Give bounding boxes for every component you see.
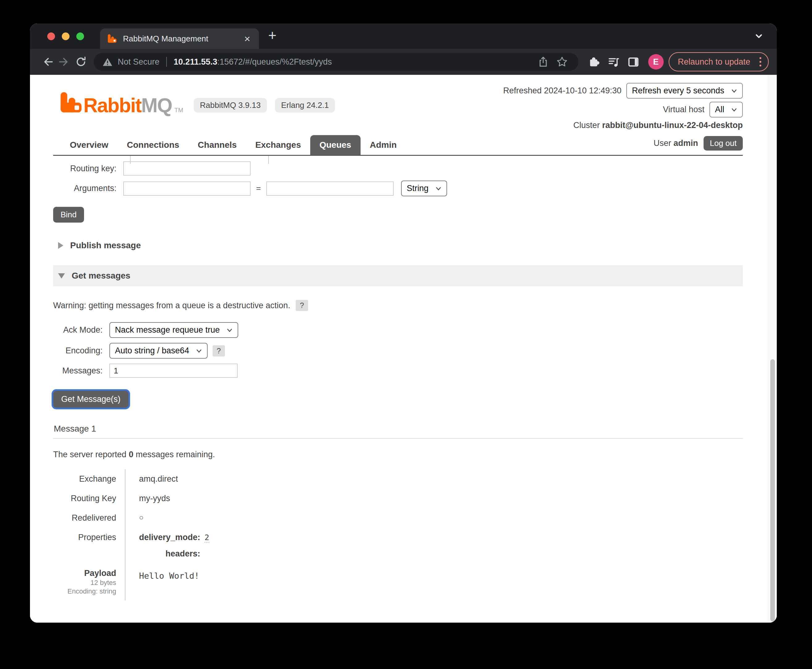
property-key: delivery_mode: — [139, 533, 200, 542]
not-secure-warning-icon — [102, 57, 113, 67]
virtual-host-label: Virtual host — [663, 105, 705, 114]
refresh-interval-value: Refresh every 5 seconds — [632, 86, 724, 96]
section-get-messages[interactable]: Get messages — [53, 265, 743, 286]
scrollbar-thumb[interactable] — [770, 359, 775, 621]
rabbitmq-favicon — [107, 34, 117, 43]
help-badge[interactable]: ? — [296, 300, 308, 311]
ack-mode-select[interactable]: Nack message requeue true — [109, 322, 238, 338]
redelivered-label: Redelivered — [53, 508, 125, 528]
zoom-window-button[interactable] — [76, 32, 84, 40]
arguments-label: Arguments: — [53, 184, 116, 193]
url-host: 10.211.55.3 — [174, 57, 217, 67]
argument-type-select[interactable]: String — [401, 180, 447, 196]
routing-key-label: Routing key: — [53, 164, 116, 173]
close-tab-icon[interactable]: × — [242, 34, 253, 44]
extensions-puzzle-icon[interactable] — [588, 55, 600, 68]
relaunch-to-update-button[interactable]: Relaunch to update — [669, 52, 769, 71]
rabbitmq-header: RabbitMQ TM RabbitMQ 3.9.13 Erlang 24.2.… — [53, 83, 743, 130]
avatar-initial: E — [653, 57, 659, 67]
exchange-value: amq.direct — [125, 469, 269, 489]
tab-channels[interactable]: Channels — [188, 135, 246, 155]
page-content: RabbitMQ TM RabbitMQ 3.9.13 Erlang 24.2.… — [30, 75, 777, 623]
logout-button[interactable]: Log out — [703, 136, 743, 151]
cluster-label: Cluster — [574, 121, 600, 130]
ack-mode-label: Ack Mode: — [53, 325, 102, 335]
main-nav: Overview Connections Channels Exchanges … — [53, 135, 743, 156]
property-value: 2 — [205, 533, 209, 543]
bookmark-star-icon[interactable] — [556, 56, 568, 68]
new-tab-button[interactable]: + — [268, 28, 277, 44]
payload-label: Payload — [53, 568, 116, 578]
forward-button[interactable] — [56, 55, 73, 68]
close-window-button[interactable] — [47, 32, 55, 40]
payload-value: Hello World! — [139, 571, 269, 581]
encoding-label: Encoding: — [53, 346, 102, 356]
collapsed-arrow-icon — [58, 242, 63, 249]
side-panel-icon[interactable] — [627, 55, 639, 68]
messages-remaining-text: The server reported 0 messages remaining… — [53, 450, 743, 459]
back-button[interactable] — [39, 55, 56, 68]
tab-overview[interactable]: Overview — [60, 135, 118, 155]
properties-list: delivery_mode: 2 headers: — [139, 533, 269, 559]
rabbitmq-version-badge: RabbitMQ 3.9.13 — [194, 98, 267, 113]
security-label: Not Secure — [118, 57, 159, 67]
tab-queues[interactable]: Queues — [310, 135, 361, 155]
message-details-table: Exchange amq.direct Routing Key my-yyds … — [53, 469, 743, 600]
address-bar[interactable]: Not Secure 10.211.55.3 :15672/#/queues/%… — [94, 53, 579, 71]
redelivered-value: ○ — [125, 508, 269, 528]
help-badge[interactable]: ? — [213, 345, 225, 356]
bind-button[interactable]: Bind — [53, 207, 84, 223]
refresh-interval-select[interactable]: Refresh every 5 seconds — [626, 83, 743, 99]
tabstrip-chevron-icon[interactable] — [753, 30, 764, 42]
argument-value-input[interactable] — [266, 182, 394, 196]
section-title: Get messages — [72, 271, 130, 281]
expanded-arrow-icon — [58, 273, 65, 279]
get-messages-form: Ack Mode: Nack message requeue true Enco… — [53, 322, 743, 408]
argument-type-value: String — [407, 184, 429, 193]
media-controls-icon[interactable] — [607, 55, 620, 68]
address-divider — [166, 57, 167, 67]
browser-tab[interactable]: RabbitMQ Management × — [100, 29, 259, 49]
ack-mode-value: Nack message requeue true — [115, 325, 220, 335]
virtual-host-select[interactable]: All — [710, 102, 743, 118]
cluster-name: rabbit@ubuntu-linux-22-04-desktop — [602, 121, 743, 130]
browser-window: RabbitMQ Management × + Not Secure 10.21… — [30, 24, 777, 623]
section-move-messages[interactable]: Move messages — [58, 622, 743, 623]
window-controls — [47, 32, 84, 40]
browser-menu-icon[interactable] — [757, 57, 764, 66]
tab-title: RabbitMQ Management — [123, 34, 242, 44]
routing-key-input[interactable] — [123, 161, 251, 176]
tab-exchanges[interactable]: Exchanges — [246, 135, 310, 155]
tab-connections[interactable]: Connections — [118, 135, 189, 155]
tab-admin[interactable]: Admin — [361, 135, 406, 155]
exchange-label: Exchange — [53, 469, 125, 489]
messages-count-input[interactable] — [109, 363, 238, 378]
payload-encoding: Encoding: string — [53, 587, 116, 595]
remaining-count: 0 — [129, 450, 134, 459]
warning-text: Warning: getting messages from a queue i… — [53, 301, 290, 310]
section-publish-message[interactable]: Publish message — [58, 240, 743, 250]
get-messages-button[interactable]: Get Message(s) — [53, 391, 129, 408]
url-path: :15672/#/queues/%2Ftest/yyds — [217, 57, 332, 67]
payload-size: 12 bytes — [53, 579, 116, 587]
message-heading: Message 1 — [53, 424, 743, 439]
scrollbar-track[interactable] — [768, 75, 777, 623]
rabbitmq-logo-icon — [60, 91, 82, 114]
cluster-info: Cluster rabbit@ubuntu-linux-22-04-deskto… — [503, 121, 743, 130]
virtual-host-value: All — [715, 105, 724, 114]
section-title: Move messages — [70, 622, 137, 623]
argument-key-input[interactable] — [123, 182, 251, 196]
reload-button[interactable] — [73, 55, 89, 68]
rabbitmq-logo: RabbitMQ TM — [60, 91, 183, 114]
routing-key-row-label: Routing Key — [53, 489, 125, 508]
messages-count-label: Messages: — [53, 366, 102, 376]
user-name: admin — [674, 138, 698, 148]
browser-toolbar: Not Secure 10.211.55.3 :15672/#/queues/%… — [30, 49, 777, 75]
tab-strip: RabbitMQ Management × + — [30, 24, 777, 49]
profile-avatar[interactable]: E — [648, 54, 664, 69]
add-binding-form: Routing key: Arguments: = String Bind — [53, 156, 743, 223]
share-icon[interactable] — [538, 56, 549, 67]
relaunch-label: Relaunch to update — [678, 57, 750, 67]
encoding-select[interactable]: Auto string / base64 — [109, 343, 208, 359]
minimize-window-button[interactable] — [62, 32, 69, 40]
